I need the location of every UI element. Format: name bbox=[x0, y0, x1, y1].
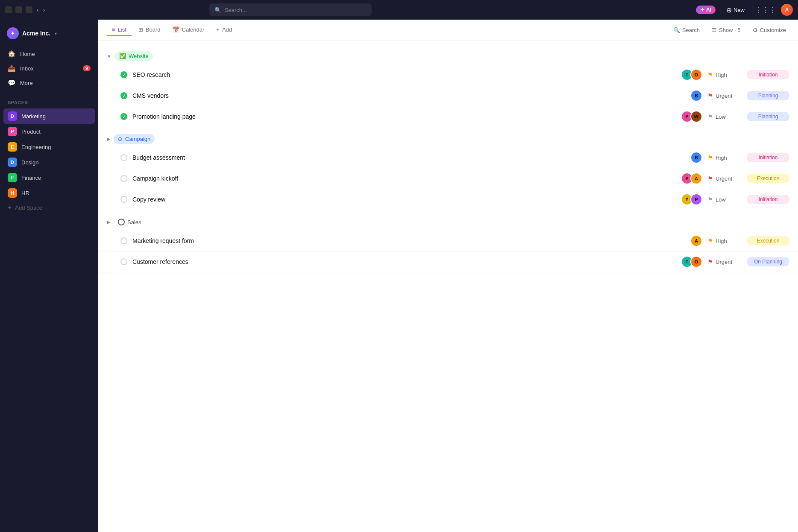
window-btn-2[interactable] bbox=[15, 6, 22, 13]
main-layout: ✦ Acme Inc. ▾ 🏠 Home 📥 Inbox 9 💬 More Sp… bbox=[0, 20, 798, 532]
nav-forward-button[interactable]: › bbox=[43, 6, 45, 13]
task-status-checkbox[interactable] bbox=[120, 71, 127, 78]
avatar: B bbox=[690, 90, 702, 102]
design-dot: D bbox=[8, 158, 17, 167]
task-status-checkbox[interactable] bbox=[120, 113, 127, 120]
website-badge[interactable]: ✅ Website bbox=[115, 51, 153, 61]
grid-icon[interactable]: ⋮⋮⋮ bbox=[755, 6, 776, 14]
task-name: Customer references bbox=[132, 258, 676, 265]
sidebar-item-design[interactable]: D Design bbox=[3, 155, 95, 170]
global-search[interactable]: 🔍 Search... bbox=[209, 3, 372, 16]
priority-flag-icon: ⚑ bbox=[707, 92, 713, 99]
sidebar-item-product[interactable]: P Product bbox=[3, 124, 95, 139]
list-content: ▼ ✅ Website ⋮⋮ SEO research T bbox=[98, 41, 798, 532]
new-button[interactable]: ⊕ New bbox=[726, 6, 745, 14]
calendar-tab-icon: 📅 bbox=[173, 26, 179, 33]
window-btn-1[interactable] bbox=[5, 6, 12, 13]
section-website: ▼ ✅ Website ⋮⋮ SEO research T bbox=[98, 48, 798, 127]
nav-back-button[interactable]: ‹ bbox=[37, 6, 39, 13]
website-chevron-icon[interactable]: ▼ bbox=[107, 54, 111, 59]
tab-list[interactable]: ≡ List bbox=[107, 24, 132, 36]
sidebar-item-more[interactable]: 💬 More bbox=[3, 76, 95, 90]
add-space-label: Add Space bbox=[15, 205, 42, 211]
section-campaign-header[interactable]: ▶ ⊙ Campaign bbox=[98, 131, 798, 147]
window-controls bbox=[5, 6, 32, 13]
section-sales-header[interactable]: ▶ Sales bbox=[98, 213, 798, 231]
sidebar-item-engineering[interactable]: E Engineering bbox=[3, 139, 95, 155]
priority-label: Urgent bbox=[716, 175, 732, 182]
task-priority: ⚑ Low bbox=[707, 196, 742, 203]
avatar: O bbox=[690, 69, 702, 81]
search-action-label: Search bbox=[682, 27, 700, 33]
priority-flag-icon: ⚑ bbox=[707, 175, 713, 182]
priority-flag-icon: ⚑ bbox=[707, 196, 713, 203]
avatar: B bbox=[690, 152, 702, 164]
status-badge[interactable]: Initiation bbox=[747, 153, 789, 162]
customize-action[interactable]: ⚙ Customize bbox=[749, 25, 789, 35]
more-icon: 💬 bbox=[8, 79, 16, 87]
sidebar-item-finance[interactable]: F Finance bbox=[3, 170, 95, 185]
section-sales: ▶ Sales ⋮⋮ Marketing request form A ⚑ bbox=[98, 213, 798, 272]
tab-calendar[interactable]: 📅 Calendar bbox=[167, 24, 210, 36]
add-tab-icon: + bbox=[216, 26, 220, 33]
table-row: ⋮⋮ Promotion landing page P W ⚑ Low Plan… bbox=[98, 106, 798, 127]
sidebar-item-label: Home bbox=[20, 51, 35, 57]
show-action-icon: ☰ bbox=[712, 27, 717, 33]
section-website-header[interactable]: ▼ ✅ Website bbox=[98, 48, 798, 64]
avatar: W bbox=[690, 111, 702, 123]
campaign-chevron-icon[interactable]: ▶ bbox=[107, 136, 110, 142]
priority-flag-icon: ⚑ bbox=[707, 258, 713, 265]
task-status-checkbox[interactable] bbox=[120, 175, 127, 182]
task-priority: ⚑ Urgent bbox=[707, 258, 742, 265]
workspace-header[interactable]: ✦ Acme Inc. ▾ bbox=[3, 25, 95, 42]
status-badge[interactable]: On Planning bbox=[747, 257, 789, 266]
sidebar-nav: 🏠 Home 📥 Inbox 9 💬 More bbox=[3, 47, 95, 90]
ai-label: AI bbox=[706, 7, 711, 13]
tab-add[interactable]: + Add bbox=[211, 24, 237, 36]
sales-chevron-icon[interactable]: ▶ bbox=[107, 219, 110, 225]
status-badge[interactable]: Execution bbox=[747, 174, 789, 183]
list-tab-icon: ≡ bbox=[112, 26, 115, 33]
sidebar-item-marketing[interactable]: D Marketing bbox=[3, 108, 95, 124]
task-status-checkbox[interactable] bbox=[120, 196, 127, 203]
table-row: ⋮⋮ CMS vendors B ⚑ Urgent Planning bbox=[98, 85, 798, 106]
user-avatar[interactable]: A bbox=[781, 4, 793, 16]
task-status-checkbox[interactable] bbox=[120, 258, 127, 265]
show-action-label: Show · 5 bbox=[719, 27, 741, 33]
campaign-badge[interactable]: ⊙ Campaign bbox=[114, 134, 155, 144]
window-btn-3[interactable] bbox=[26, 6, 32, 13]
task-status-checkbox[interactable] bbox=[120, 92, 127, 99]
sidebar-item-inbox[interactable]: 📥 Inbox 9 bbox=[3, 61, 95, 75]
space-label: Marketing bbox=[21, 113, 46, 120]
task-status-checkbox[interactable] bbox=[120, 237, 127, 244]
priority-label: High bbox=[716, 155, 727, 161]
sales-badge[interactable]: Sales bbox=[114, 217, 146, 227]
status-badge[interactable]: Execution bbox=[747, 236, 789, 246]
space-label: HR bbox=[21, 190, 29, 196]
status-badge[interactable]: Planning bbox=[747, 112, 789, 121]
sidebar-item-home[interactable]: 🏠 Home bbox=[3, 47, 95, 61]
add-space-button[interactable]: + Add Space bbox=[3, 201, 95, 214]
ai-button[interactable]: ✦ AI bbox=[696, 6, 716, 14]
engineering-dot: E bbox=[8, 142, 17, 152]
workspace-logo: ✦ bbox=[7, 27, 19, 39]
status-badge[interactable]: Initiation bbox=[747, 70, 789, 79]
status-badge[interactable]: Planning bbox=[747, 91, 789, 100]
show-action[interactable]: ☰ Show · 5 bbox=[708, 25, 744, 35]
hr-dot: H bbox=[8, 188, 17, 198]
search-action[interactable]: 🔍 Search bbox=[670, 25, 703, 35]
space-label: Design bbox=[21, 159, 38, 166]
space-label: Finance bbox=[21, 175, 41, 181]
priority-label: Urgent bbox=[716, 259, 732, 265]
sidebar-item-hr[interactable]: H HR bbox=[3, 185, 95, 201]
new-plus-icon: ⊕ bbox=[726, 6, 732, 14]
sales-status-icon bbox=[118, 219, 125, 225]
tab-board[interactable]: ⊞ Board bbox=[133, 24, 166, 36]
search-icon: 🔍 bbox=[214, 7, 221, 13]
content-area: ≡ List ⊞ Board 📅 Calendar + Add 🔍 Search bbox=[98, 20, 798, 532]
workspace-chevron-icon: ▾ bbox=[55, 31, 57, 36]
task-status-checkbox[interactable] bbox=[120, 154, 127, 161]
task-avatars: B bbox=[690, 152, 702, 164]
avatar: A bbox=[690, 172, 702, 184]
status-badge[interactable]: Initiation bbox=[747, 195, 789, 204]
